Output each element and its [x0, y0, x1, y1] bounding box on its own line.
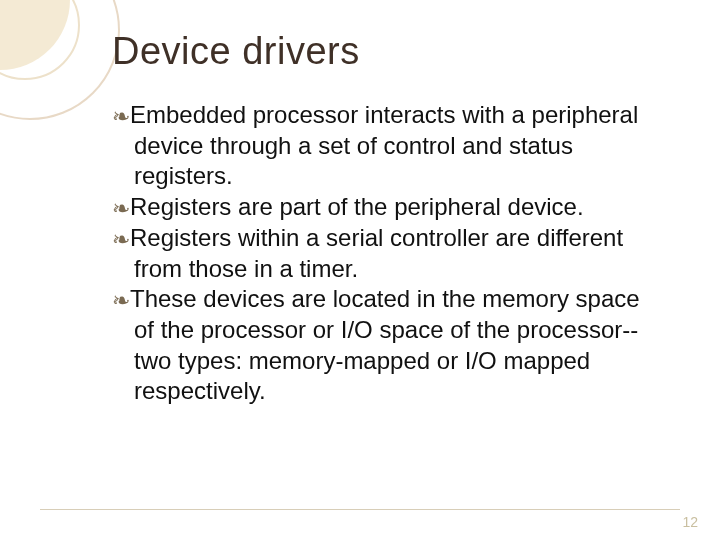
bullet-item: ❧Registers within a serial controller ar…	[112, 223, 660, 284]
bullet-icon: ❧	[112, 104, 130, 129]
bullet-item: ❧Registers are part of the peripheral de…	[112, 192, 660, 223]
bullet-icon: ❧	[112, 288, 130, 313]
slide-title: Device drivers	[112, 30, 360, 73]
slide-body: ❧Embedded processor interacts with a per…	[112, 100, 660, 407]
slide: Device drivers ❧Embedded processor inter…	[0, 0, 720, 540]
corner-decoration	[0, 0, 130, 130]
bullet-text: Registers within a serial controller are…	[130, 224, 623, 282]
footer-rule	[40, 509, 680, 510]
bullet-text: Embedded processor interacts with a peri…	[130, 101, 638, 189]
bullet-item: ❧Embedded processor interacts with a per…	[112, 100, 660, 192]
bullet-text: These devices are located in the memory …	[130, 285, 640, 404]
page-number: 12	[682, 514, 698, 530]
bullet-icon: ❧	[112, 227, 130, 252]
bullet-text: Registers are part of the peripheral dev…	[130, 193, 584, 220]
bullet-item: ❧These devices are located in the memory…	[112, 284, 660, 407]
bullet-icon: ❧	[112, 196, 130, 221]
